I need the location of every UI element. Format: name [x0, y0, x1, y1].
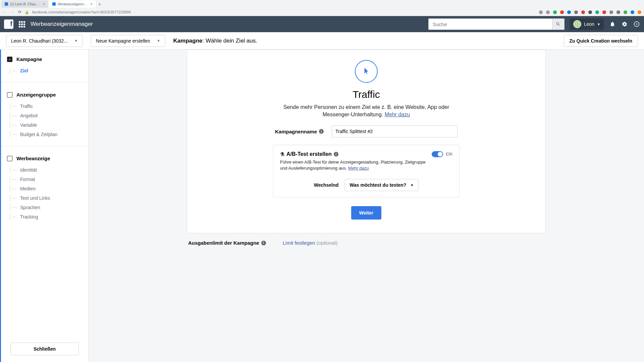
account-name: Leon R. Chaudhari (3032...: [11, 38, 68, 44]
sidebar-section-campaign[interactable]: Kampagne: [7, 56, 82, 62]
ab-test-box: ⚗ A/B-Test erstellen i Führe einen A/B-T…: [273, 145, 460, 197]
chevron-down-icon: ▼: [74, 39, 78, 43]
toggle-state-label: EIN: [446, 152, 452, 157]
ext-icon[interactable]: [567, 10, 571, 14]
sidebar-section-adset[interactable]: Anzeigengruppe: [7, 92, 82, 98]
ext-icon[interactable]: [539, 10, 543, 14]
sub-header: Leon R. Chaudhari (3032... ▼ Neue Kampag…: [0, 32, 644, 50]
back-icon[interactable]: ←: [3, 10, 7, 15]
ext-icon[interactable]: [638, 10, 641, 14]
close-icon[interactable]: ×: [91, 2, 93, 6]
notifications-icon[interactable]: [609, 21, 616, 27]
sidebar-item-angebot[interactable]: Angebot: [7, 111, 82, 120]
sidebar-item-format[interactable]: Format: [7, 175, 82, 184]
extension-icons: [539, 10, 641, 14]
browser-chrome: (1) Leon R. Chaudhari | Faceb × Werbeanz…: [0, 0, 644, 16]
breadcrumb: Kampagne: Wähle dein Ziel aus.: [173, 38, 257, 44]
sidebar-item-variable[interactable]: Variable: [7, 120, 82, 130]
address-bar[interactable]: facebook.com/adsmanager/creation?act=303…: [32, 10, 131, 14]
ext-icon[interactable]: [588, 10, 592, 14]
search-container: [428, 18, 565, 30]
user-name: Leon: [584, 21, 594, 27]
sidebar-item-tracking[interactable]: Tracking: [7, 212, 82, 222]
quick-creation-button[interactable]: Zu Quick Creation wechseln: [564, 35, 638, 47]
sidebar-item-identitaet[interactable]: Identität: [7, 165, 82, 175]
favicon: [52, 2, 56, 6]
variable-label: Wechselnd: [314, 182, 339, 188]
chevron-down-icon: ▼: [157, 39, 160, 43]
checkbox-checked-icon: [7, 57, 12, 62]
ext-icon[interactable]: [595, 10, 599, 14]
spend-limit-row: Ausgabenlimit der Kampagne i Limit festl…: [187, 237, 546, 248]
ad-icon: [7, 156, 12, 161]
apps-menu-icon[interactable]: [19, 21, 25, 27]
ext-icon[interactable]: [631, 10, 634, 14]
continue-button[interactable]: Weiter: [351, 206, 382, 220]
user-menu[interactable]: Leon ▼: [570, 18, 604, 30]
avatar: [573, 20, 581, 28]
flask-icon: ⚗: [280, 152, 284, 157]
ext-icon[interactable]: [553, 10, 557, 14]
objective-card: Traffic Sende mehr Personen zu einem Zie…: [187, 50, 546, 233]
reload-icon[interactable]: ⟳: [18, 10, 21, 14]
objective-description: Sende mehr Personen zu einem Ziel wie z.…: [272, 104, 460, 118]
set-limit-link[interactable]: Limit festlegen: [283, 240, 315, 246]
sidebar-item-traffic[interactable]: Traffic: [7, 102, 82, 111]
sidebar: Kampagne Ziel Anzeigengruppe Traffic Ang…: [0, 50, 89, 362]
ext-icon[interactable]: [574, 10, 578, 14]
favicon: [5, 2, 8, 6]
browser-tab[interactable]: (1) Leon R. Chaudhari | Faceb ×: [1, 0, 48, 8]
main-content: Traffic Sende mehr Personen zu einem Zie…: [89, 50, 644, 362]
campaign-dropdown[interactable]: Neue Kampagne erstellen ▼: [91, 35, 165, 47]
sidebar-item-medien[interactable]: Medien: [7, 184, 82, 193]
account-selector[interactable]: Leon R. Chaudhari (3032... ▼: [6, 35, 83, 47]
campaign-name-input[interactable]: [332, 125, 458, 137]
close-button[interactable]: Schließen: [10, 343, 79, 355]
chevron-down-icon: ▼: [597, 22, 600, 26]
search-button[interactable]: [552, 18, 565, 30]
search-icon: [556, 22, 560, 26]
ab-test-title: ⚗ A/B-Test erstellen i: [280, 151, 426, 157]
browser-tab-active[interactable]: Werbeanzeigenmanager - Cre ×: [49, 0, 96, 8]
info-icon[interactable]: i: [261, 241, 266, 245]
ext-icon[interactable]: [624, 10, 627, 14]
tab-title: Werbeanzeigenmanager - Cre: [58, 2, 89, 6]
ext-icon[interactable]: [616, 10, 620, 14]
search-input[interactable]: [428, 18, 552, 30]
variable-select[interactable]: Was möchtest du testen? ▼: [344, 179, 419, 191]
set-limit-action: Limit festlegen (optional): [283, 240, 337, 246]
objective-title: Traffic: [201, 89, 532, 100]
close-icon[interactable]: ×: [43, 2, 45, 6]
facebook-logo[interactable]: f: [4, 19, 13, 29]
ab-test-toggle[interactable]: [432, 151, 443, 157]
adset-icon: [7, 92, 12, 98]
sidebar-item-sprachen[interactable]: Sprachen: [7, 203, 82, 212]
sidebar-item-text[interactable]: Text und Links: [7, 193, 82, 203]
ext-icon[interactable]: [609, 10, 613, 14]
learn-more-link[interactable]: Mehr dazu: [385, 112, 410, 117]
help-icon[interactable]: ?: [633, 21, 640, 27]
lock-icon: 🔒: [25, 10, 29, 14]
new-tab-button[interactable]: +: [97, 2, 103, 7]
tab-title: (1) Leon R. Chaudhari | Faceb: [10, 2, 41, 6]
sidebar-section-ad[interactable]: Werbeanzeige: [7, 156, 82, 161]
ab-test-description: Führe einen A/B-Test für deine Anzeigeng…: [280, 159, 426, 171]
ext-icon[interactable]: [602, 10, 606, 14]
app-header: f Werbeanzeigenmanager Leon ▼ ?: [0, 16, 644, 32]
settings-icon[interactable]: [621, 21, 628, 27]
forward-icon: →: [10, 10, 15, 15]
svg-text:?: ?: [636, 22, 638, 26]
sidebar-item-ziel[interactable]: Ziel: [7, 66, 82, 75]
info-icon[interactable]: i: [319, 129, 324, 134]
spend-limit-label: Ausgabenlimit der Kampagne i: [188, 240, 266, 246]
info-icon[interactable]: i: [334, 152, 338, 157]
traffic-objective-icon: [355, 60, 378, 83]
campaign-name-label: Kampagnenname i: [275, 129, 324, 134]
sidebar-item-budget[interactable]: Budget & Zeitplan: [7, 130, 82, 139]
app-title: Werbeanzeigenmanager: [31, 21, 93, 27]
ext-icon[interactable]: [560, 10, 564, 14]
ext-icon[interactable]: [546, 10, 550, 14]
learn-more-link[interactable]: Mehr dazu: [348, 166, 369, 171]
campaign-dropdown-label: Neue Kampagne erstellen: [96, 38, 150, 44]
ext-icon[interactable]: [581, 10, 585, 14]
